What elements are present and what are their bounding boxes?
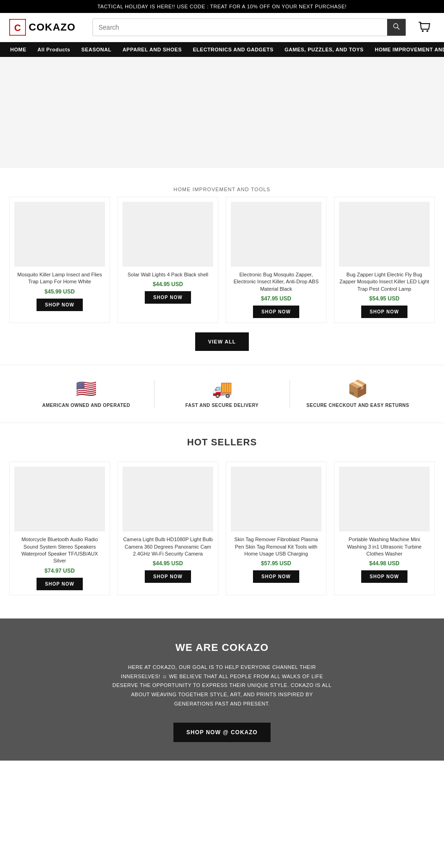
product-image-1 (14, 202, 105, 267)
hot-shop-now-button-4[interactable]: ShOP NOW (361, 570, 407, 583)
view-all-button[interactable]: VIEW ALL (195, 332, 249, 351)
product-price-3: $47.95 USD (261, 295, 291, 302)
featured-products-grid: Mosquito Killer Lamp Insect and Flies Tr… (9, 197, 435, 323)
feature-american-text: AMERICAN OWNED AND OPERATED (42, 402, 130, 409)
hot-product-card-2: Camera Light Bulb HD1080P Light Bulb Cam… (117, 462, 218, 595)
hero-banner (0, 57, 444, 168)
shop-now-button-2[interactable]: SHOP NOW (145, 291, 191, 304)
footer-title: WE ARE COKAZO (14, 642, 430, 654)
hot-product-price-3: $57.95 USD (261, 560, 291, 567)
hot-product-image-3 (231, 467, 321, 531)
hot-product-card-4: Portable Washing Machine Mini Washing 3 … (334, 462, 435, 595)
hot-sellers-grid: Motorcycle Bluetooth Audio Radio Sound S… (9, 462, 435, 595)
feature-secure-checkout: 📦 SECURE CHECKOUT AND EASY RETURNS (290, 379, 426, 409)
featured-product-card-3: Electronic Bug Mosquito Zapper, Electron… (226, 197, 327, 323)
product-title-3: Electronic Bug Mosquito Zapper, Electron… (231, 271, 321, 293)
nav-item-home[interactable]: HOME (5, 42, 32, 57)
nav-item-seasonal[interactable]: SEASONAL (76, 42, 117, 57)
logo-area[interactable]: C COKAZO (9, 19, 83, 36)
nav-item-home-improvement[interactable]: HOME IMPROVEMENT AND TOOLS (369, 42, 444, 57)
footer-text: HERE AT COKAZO, OUR GOAL IS TO HELP EVER… (111, 663, 333, 709)
top-banner-text: TACTICAL HOLIDAY IS HERE!! USE CODE : TR… (97, 4, 346, 9)
feature-american-owned: 🇺🇸 AMERICAN OWNED AND OPERATED (18, 379, 154, 409)
featured-section-label: HOME IMPROVEMENT AND TOOLS (9, 173, 435, 197)
hot-shop-now-button-3[interactable]: ShOP NOw (253, 570, 299, 583)
product-price-1: $45.99 USD (44, 288, 74, 295)
svg-point-4 (422, 30, 424, 32)
product-price-4: $54.95 USD (369, 295, 399, 302)
hot-product-price-4: $44.98 USD (369, 560, 399, 567)
search-bar (92, 19, 406, 36)
cart-icon (418, 20, 432, 35)
product-image-3 (231, 202, 321, 267)
nav-item-games[interactable]: GAMES, PUZZLES, AND TOYS (279, 42, 369, 57)
product-image-4 (339, 202, 430, 267)
shop-now-button-1[interactable]: SHOP NOW (37, 299, 82, 311)
product-title-2: Solar Wall Lights 4 Pack Black shell (128, 271, 208, 278)
logo-icon: C (9, 19, 26, 36)
nav-item-all-products[interactable]: All Products (32, 42, 76, 57)
hot-product-price-1: $74.97 USD (44, 568, 74, 574)
hot-product-card-3: Skin Tag Remover Fibroblast Plasma Pen S… (226, 462, 327, 595)
hot-product-price-2: $44.95 USD (153, 560, 183, 567)
feature-secure-text: SECURE CHECKOUT AND EASY RETURNS (307, 402, 409, 409)
hot-product-image-1 (14, 467, 105, 531)
featured-products-section: HOME IMPROVEMENT AND TOOLS Mosquito Kill… (0, 168, 444, 365)
featured-product-card-2: Solar Wall Lights 4 Pack Black shell $44… (117, 197, 218, 323)
hot-shop-now-button-2[interactable]: ShOP NOW (145, 570, 191, 583)
american-flag-icon: 🇺🇸 (76, 379, 97, 399)
hot-sellers-section: Motorcycle Bluetooth Audio Radio Sound S… (0, 457, 444, 618)
feature-delivery-text: FAST AND SECURE DELIVERY (185, 402, 259, 409)
hot-shop-now-button-1[interactable]: ShOP NOW (37, 578, 82, 590)
hot-product-card-1: Motorcycle Bluetooth Audio Radio Sound S… (9, 462, 110, 595)
product-title-4: Bug Zapper Light Electric Fly Bug Zapper… (339, 271, 430, 293)
featured-product-card-1: Mosquito Killer Lamp Insect and Flies Tr… (9, 197, 110, 323)
search-icon (393, 23, 400, 30)
delivery-truck-icon: 🚚 (212, 379, 233, 399)
nav-item-apparel[interactable]: APPAREL AND SHOES (117, 42, 187, 57)
hot-product-title-2: Camera Light Bulb HD1080P Light Bulb Cam… (123, 536, 213, 557)
top-banner: TACTICAL HOLIDAY IS HERE!! USE CODE : TR… (0, 0, 444, 13)
main-nav: HOME All Products SEASONAL APPAREL AND S… (0, 42, 444, 57)
hot-sellers-title: HOT SELLERS (0, 423, 444, 457)
hot-product-image-2 (123, 467, 213, 531)
footer: WE ARE COKAZO HERE AT COKAZO, OUR GOAL I… (0, 618, 444, 761)
product-price-2: $44.95 USD (153, 281, 183, 287)
cart-button[interactable] (415, 18, 435, 37)
hot-product-image-4 (339, 467, 430, 531)
header: C COKAZO (0, 13, 444, 42)
feature-fast-delivery: 🚚 FAST AND SECURE DELIVERY (154, 379, 290, 409)
footer-shop-now-button[interactable]: SHOP NOW @ COKAZO (173, 723, 271, 742)
search-button[interactable] (387, 19, 406, 36)
hot-product-title-1: Motorcycle Bluetooth Audio Radio Sound S… (14, 536, 105, 565)
product-image-2 (123, 202, 213, 267)
search-input[interactable] (93, 20, 387, 35)
featured-product-card-4: Bug Zapper Light Electric Fly Bug Zapper… (334, 197, 435, 323)
product-title-1: Mosquito Killer Lamp Insect and Flies Tr… (14, 271, 105, 286)
secure-box-icon: 📦 (347, 379, 368, 399)
svg-line-3 (397, 27, 400, 30)
features-strip: 🇺🇸 AMERICAN OWNED AND OPERATED 🚚 FAST AN… (0, 365, 444, 423)
svg-point-5 (426, 30, 428, 32)
hot-product-title-4: Portable Washing Machine Mini Washing 3 … (339, 536, 430, 557)
hot-product-title-3: Skin Tag Remover Fibroblast Plasma Pen S… (231, 536, 321, 557)
shop-now-button-3[interactable]: ShOP NOW (253, 306, 299, 318)
svg-text:C: C (14, 23, 21, 33)
nav-item-electronics[interactable]: ELECTRONICS AND GADGETS (187, 42, 279, 57)
svg-point-2 (394, 24, 398, 28)
shop-now-button-4[interactable]: ShOP NOW (361, 306, 407, 318)
logo-text: COKAZO (29, 21, 75, 33)
view-all-container: VIEW ALL (9, 332, 435, 351)
